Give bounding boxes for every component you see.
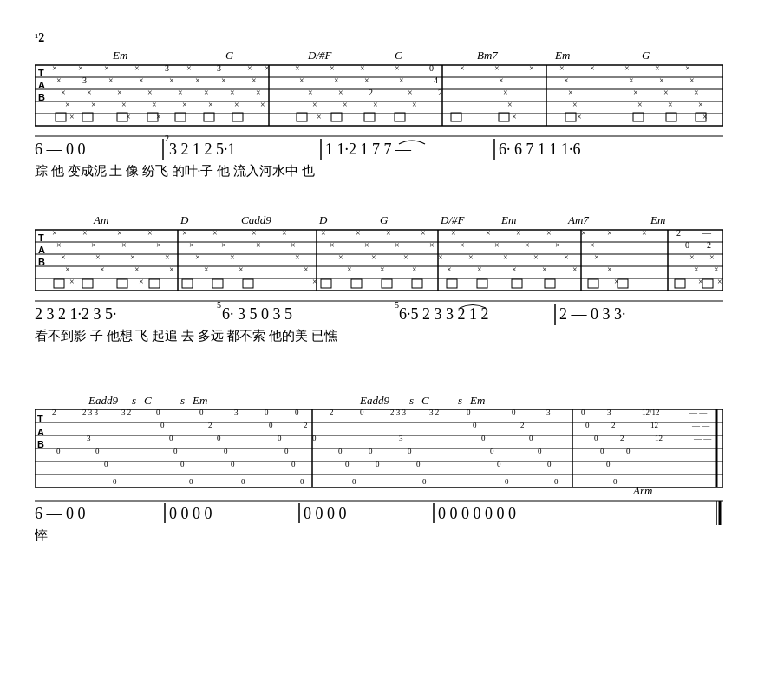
tab-note: × — [291, 240, 296, 250]
tab-note: × — [364, 240, 369, 250]
tab-note: — — [702, 228, 712, 238]
tab-note: × — [221, 240, 226, 250]
tab-note: 3 2 — [121, 408, 131, 416]
tab-b2: B — [38, 257, 45, 267]
tab-note: × — [208, 100, 213, 109]
tab-note: 12 — [655, 434, 663, 442]
tab-note: 3 — [399, 434, 403, 442]
chord-s1: s — [132, 394, 136, 407]
chord-em1: Em — [112, 49, 127, 62]
tab-note: 0 — [189, 477, 193, 486]
svg-rect-47 — [351, 279, 362, 288]
tab-note: × — [95, 252, 101, 262]
tab-note: × — [663, 88, 669, 97]
tab-note: × — [516, 228, 521, 238]
tab-note: × — [252, 228, 257, 238]
tab-note: × — [330, 63, 335, 73]
tab-note: × — [438, 252, 443, 262]
chord-c3: C — [421, 394, 429, 407]
tab-note: × — [694, 265, 699, 274]
tab-note: 0 — [626, 447, 631, 455]
tab-note: 0 — [224, 447, 228, 455]
tab-note: 0 — [156, 408, 160, 416]
tab-note: × — [130, 252, 135, 262]
notation1: 6 — 0 0 — [35, 141, 86, 158]
tab-note: 0 — [538, 447, 542, 455]
tab-note: × — [69, 112, 75, 121]
tab-note: × — [69, 277, 75, 286]
chord-g1: G — [225, 49, 234, 62]
tab-note: 3 — [165, 63, 169, 73]
tab-note: 2 — [611, 421, 616, 429]
tab-note: × — [182, 228, 187, 238]
tab-note: × — [399, 75, 404, 85]
tab-note: 2 — [520, 421, 525, 429]
section1-svg: ¹2 Em G D/#F C Bm7 Em G T A B × × × × 3 … — [35, 26, 723, 195]
tab-note: 0 — [338, 447, 343, 455]
tab-note: 0 — [169, 434, 173, 442]
tab-note: × — [412, 100, 417, 109]
tab-note: × — [156, 112, 161, 121]
svg-rect-55 — [618, 279, 628, 288]
tab-note: × — [702, 112, 708, 121]
tab-note: × — [512, 265, 517, 274]
tab-note: × — [360, 63, 365, 73]
tab-note: × — [343, 100, 348, 109]
tab-note: 0 — [613, 477, 618, 486]
svg-rect-52 — [512, 279, 522, 288]
tab-note: × — [52, 63, 57, 73]
tab-note: — — — [689, 408, 708, 416]
tab-note: × — [204, 265, 209, 274]
tab-note: 0 — [104, 460, 108, 468]
chord-em3: Em — [500, 213, 516, 226]
tab-note: × — [230, 88, 235, 97]
tab-note: × — [308, 88, 313, 97]
notation2: 2 3 2 1·2 3 5· — [35, 305, 117, 323]
svg-rect-44 — [212, 279, 223, 288]
tab-note: 3 — [217, 63, 221, 73]
tab-note: × — [564, 75, 569, 85]
tab-note: × — [152, 100, 157, 109]
tab-note: 0 — [369, 447, 373, 455]
chord-d2: D — [318, 213, 328, 226]
tab-note: 0 — [113, 477, 117, 486]
tab-note: × — [91, 100, 96, 109]
tab-note: × — [607, 265, 612, 274]
tab-note: 3 2 — [429, 408, 439, 416]
section2-svg: Am D Cadd9 D G D/#F Em Am7 Em T A B × × … — [35, 208, 723, 377]
tab-note: × — [637, 100, 643, 109]
tab-note: × — [338, 252, 343, 262]
tab-note: × — [694, 88, 699, 97]
chord-am7: Am7 — [567, 213, 589, 226]
tab-note: 0 — [512, 408, 516, 416]
tab-note: × — [564, 252, 569, 262]
svg-rect-43 — [182, 279, 193, 288]
tab-note: 0 — [284, 447, 289, 455]
tab-note: × — [460, 63, 465, 73]
lyric1: 踪 他 变成泥 土 像 纷飞 的叶·子 他 流入河水中 也 — [35, 164, 315, 178]
tab-note: × — [494, 240, 500, 250]
svg-rect-49 — [412, 279, 422, 288]
tab-note: 0 — [180, 460, 185, 468]
tab-note: 0 — [376, 460, 380, 468]
section1-label: ¹2 — [35, 31, 44, 44]
tab-note: 4 — [434, 75, 438, 85]
tab-note: × — [607, 228, 612, 238]
tab-note: 0 — [269, 421, 273, 429]
tab-note: 0 — [422, 477, 427, 486]
tab-note: × — [581, 228, 586, 238]
chord-d1: D — [180, 213, 189, 226]
tab-note: × — [380, 265, 385, 274]
tab-note: — — — [693, 434, 712, 442]
tab-b: B — [38, 92, 45, 102]
tab-note: × — [371, 252, 376, 262]
tab-note: × — [239, 265, 244, 274]
tab-note: × — [614, 277, 619, 286]
tab-note: × — [56, 75, 62, 85]
chord-em5: Em — [192, 394, 207, 407]
svg-rect-46 — [321, 279, 331, 288]
tab-note: × — [709, 252, 715, 262]
notation2c: 6·5 2 3 3 2 1 2 — [399, 305, 489, 323]
tab-note: × — [195, 252, 200, 262]
tab-note: 2 — [707, 240, 711, 250]
